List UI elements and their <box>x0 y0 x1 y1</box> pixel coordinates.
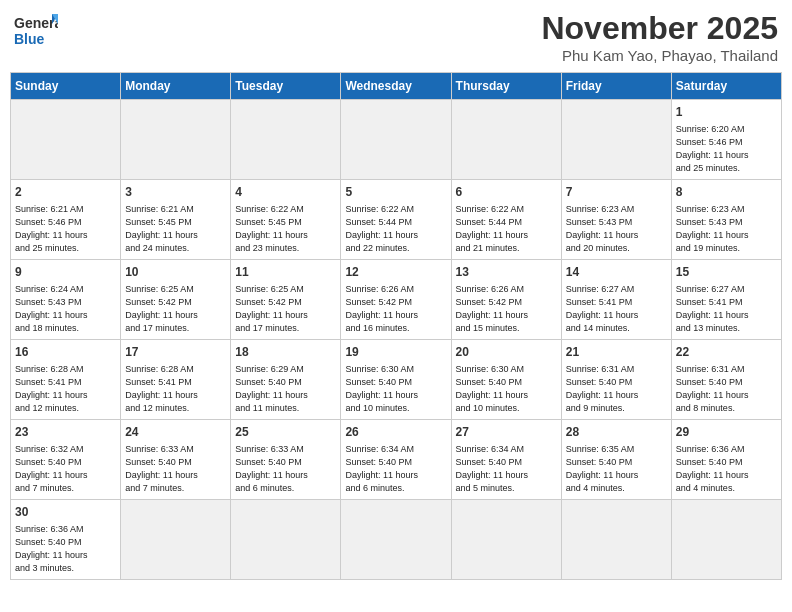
day-info: Sunrise: 6:25 AM Sunset: 5:42 PM Dayligh… <box>125 283 226 335</box>
calendar-week-4: 16Sunrise: 6:28 AM Sunset: 5:41 PM Dayli… <box>11 340 782 420</box>
day-number: 12 <box>345 264 446 281</box>
day-number: 6 <box>456 184 557 201</box>
calendar-table: SundayMondayTuesdayWednesdayThursdayFrid… <box>10 72 782 580</box>
calendar-cell: 20Sunrise: 6:30 AM Sunset: 5:40 PM Dayli… <box>451 340 561 420</box>
calendar-cell: 1Sunrise: 6:20 AM Sunset: 5:46 PM Daylig… <box>671 100 781 180</box>
calendar-cell: 7Sunrise: 6:23 AM Sunset: 5:43 PM Daylig… <box>561 180 671 260</box>
day-info: Sunrise: 6:34 AM Sunset: 5:40 PM Dayligh… <box>345 443 446 495</box>
calendar-week-3: 9Sunrise: 6:24 AM Sunset: 5:43 PM Daylig… <box>11 260 782 340</box>
day-number: 2 <box>15 184 116 201</box>
day-number: 9 <box>15 264 116 281</box>
day-info: Sunrise: 6:33 AM Sunset: 5:40 PM Dayligh… <box>235 443 336 495</box>
calendar-cell: 5Sunrise: 6:22 AM Sunset: 5:44 PM Daylig… <box>341 180 451 260</box>
calendar-cell: 19Sunrise: 6:30 AM Sunset: 5:40 PM Dayli… <box>341 340 451 420</box>
calendar-week-2: 2Sunrise: 6:21 AM Sunset: 5:46 PM Daylig… <box>11 180 782 260</box>
calendar-week-6: 30Sunrise: 6:36 AM Sunset: 5:40 PM Dayli… <box>11 500 782 580</box>
day-number: 27 <box>456 424 557 441</box>
calendar-cell: 25Sunrise: 6:33 AM Sunset: 5:40 PM Dayli… <box>231 420 341 500</box>
day-header-wednesday: Wednesday <box>341 73 451 100</box>
calendar-cell: 21Sunrise: 6:31 AM Sunset: 5:40 PM Dayli… <box>561 340 671 420</box>
day-number: 13 <box>456 264 557 281</box>
day-number: 17 <box>125 344 226 361</box>
day-header-saturday: Saturday <box>671 73 781 100</box>
day-header-sunday: Sunday <box>11 73 121 100</box>
calendar-cell: 27Sunrise: 6:34 AM Sunset: 5:40 PM Dayli… <box>451 420 561 500</box>
calendar-cell: 23Sunrise: 6:32 AM Sunset: 5:40 PM Dayli… <box>11 420 121 500</box>
calendar-cell <box>671 500 781 580</box>
day-info: Sunrise: 6:23 AM Sunset: 5:43 PM Dayligh… <box>566 203 667 255</box>
calendar-cell: 16Sunrise: 6:28 AM Sunset: 5:41 PM Dayli… <box>11 340 121 420</box>
calendar-cell: 4Sunrise: 6:22 AM Sunset: 5:45 PM Daylig… <box>231 180 341 260</box>
day-info: Sunrise: 6:25 AM Sunset: 5:42 PM Dayligh… <box>235 283 336 335</box>
calendar-cell <box>341 500 451 580</box>
calendar-cell: 30Sunrise: 6:36 AM Sunset: 5:40 PM Dayli… <box>11 500 121 580</box>
day-info: Sunrise: 6:28 AM Sunset: 5:41 PM Dayligh… <box>125 363 226 415</box>
day-info: Sunrise: 6:26 AM Sunset: 5:42 PM Dayligh… <box>456 283 557 335</box>
day-info: Sunrise: 6:26 AM Sunset: 5:42 PM Dayligh… <box>345 283 446 335</box>
calendar-cell: 10Sunrise: 6:25 AM Sunset: 5:42 PM Dayli… <box>121 260 231 340</box>
day-info: Sunrise: 6:27 AM Sunset: 5:41 PM Dayligh… <box>566 283 667 335</box>
day-number: 28 <box>566 424 667 441</box>
calendar-cell: 18Sunrise: 6:29 AM Sunset: 5:40 PM Dayli… <box>231 340 341 420</box>
day-header-monday: Monday <box>121 73 231 100</box>
day-number: 15 <box>676 264 777 281</box>
location-title: Phu Kam Yao, Phayao, Thailand <box>541 47 778 64</box>
calendar-cell: 26Sunrise: 6:34 AM Sunset: 5:40 PM Dayli… <box>341 420 451 500</box>
day-info: Sunrise: 6:22 AM Sunset: 5:44 PM Dayligh… <box>345 203 446 255</box>
day-header-friday: Friday <box>561 73 671 100</box>
day-number: 20 <box>456 344 557 361</box>
svg-text:General: General <box>14 15 58 31</box>
calendar-cell <box>561 500 671 580</box>
day-number: 18 <box>235 344 336 361</box>
day-info: Sunrise: 6:36 AM Sunset: 5:40 PM Dayligh… <box>676 443 777 495</box>
calendar-week-5: 23Sunrise: 6:32 AM Sunset: 5:40 PM Dayli… <box>11 420 782 500</box>
calendar-cell <box>451 500 561 580</box>
calendar-cell: 17Sunrise: 6:28 AM Sunset: 5:41 PM Dayli… <box>121 340 231 420</box>
day-info: Sunrise: 6:30 AM Sunset: 5:40 PM Dayligh… <box>345 363 446 415</box>
calendar-cell: 24Sunrise: 6:33 AM Sunset: 5:40 PM Dayli… <box>121 420 231 500</box>
day-info: Sunrise: 6:29 AM Sunset: 5:40 PM Dayligh… <box>235 363 336 415</box>
calendar-cell: 13Sunrise: 6:26 AM Sunset: 5:42 PM Dayli… <box>451 260 561 340</box>
day-info: Sunrise: 6:27 AM Sunset: 5:41 PM Dayligh… <box>676 283 777 335</box>
day-info: Sunrise: 6:36 AM Sunset: 5:40 PM Dayligh… <box>15 523 116 575</box>
day-number: 24 <box>125 424 226 441</box>
header-row: SundayMondayTuesdayWednesdayThursdayFrid… <box>11 73 782 100</box>
day-info: Sunrise: 6:31 AM Sunset: 5:40 PM Dayligh… <box>676 363 777 415</box>
day-number: 22 <box>676 344 777 361</box>
day-number: 5 <box>345 184 446 201</box>
day-info: Sunrise: 6:23 AM Sunset: 5:43 PM Dayligh… <box>676 203 777 255</box>
calendar-cell: 12Sunrise: 6:26 AM Sunset: 5:42 PM Dayli… <box>341 260 451 340</box>
month-title: November 2025 <box>541 10 778 47</box>
page-header: General Blue November 2025 Phu Kam Yao, … <box>10 10 782 64</box>
calendar-cell <box>561 100 671 180</box>
calendar-week-1: 1Sunrise: 6:20 AM Sunset: 5:46 PM Daylig… <box>11 100 782 180</box>
calendar-cell: 14Sunrise: 6:27 AM Sunset: 5:41 PM Dayli… <box>561 260 671 340</box>
day-number: 1 <box>676 104 777 121</box>
day-info: Sunrise: 6:33 AM Sunset: 5:40 PM Dayligh… <box>125 443 226 495</box>
logo: General Blue <box>14 10 58 48</box>
svg-text:Blue: Blue <box>14 31 45 47</box>
calendar-cell: 29Sunrise: 6:36 AM Sunset: 5:40 PM Dayli… <box>671 420 781 500</box>
calendar-cell: 15Sunrise: 6:27 AM Sunset: 5:41 PM Dayli… <box>671 260 781 340</box>
day-number: 8 <box>676 184 777 201</box>
day-info: Sunrise: 6:21 AM Sunset: 5:46 PM Dayligh… <box>15 203 116 255</box>
day-number: 10 <box>125 264 226 281</box>
day-info: Sunrise: 6:22 AM Sunset: 5:44 PM Dayligh… <box>456 203 557 255</box>
calendar-cell <box>121 500 231 580</box>
day-number: 14 <box>566 264 667 281</box>
day-info: Sunrise: 6:22 AM Sunset: 5:45 PM Dayligh… <box>235 203 336 255</box>
day-info: Sunrise: 6:31 AM Sunset: 5:40 PM Dayligh… <box>566 363 667 415</box>
calendar-cell <box>451 100 561 180</box>
day-header-thursday: Thursday <box>451 73 561 100</box>
day-info: Sunrise: 6:20 AM Sunset: 5:46 PM Dayligh… <box>676 123 777 175</box>
day-info: Sunrise: 6:24 AM Sunset: 5:43 PM Dayligh… <box>15 283 116 335</box>
day-number: 16 <box>15 344 116 361</box>
day-number: 26 <box>345 424 446 441</box>
day-info: Sunrise: 6:35 AM Sunset: 5:40 PM Dayligh… <box>566 443 667 495</box>
day-info: Sunrise: 6:21 AM Sunset: 5:45 PM Dayligh… <box>125 203 226 255</box>
day-number: 29 <box>676 424 777 441</box>
calendar-cell: 2Sunrise: 6:21 AM Sunset: 5:46 PM Daylig… <box>11 180 121 260</box>
day-number: 3 <box>125 184 226 201</box>
day-info: Sunrise: 6:32 AM Sunset: 5:40 PM Dayligh… <box>15 443 116 495</box>
day-number: 21 <box>566 344 667 361</box>
